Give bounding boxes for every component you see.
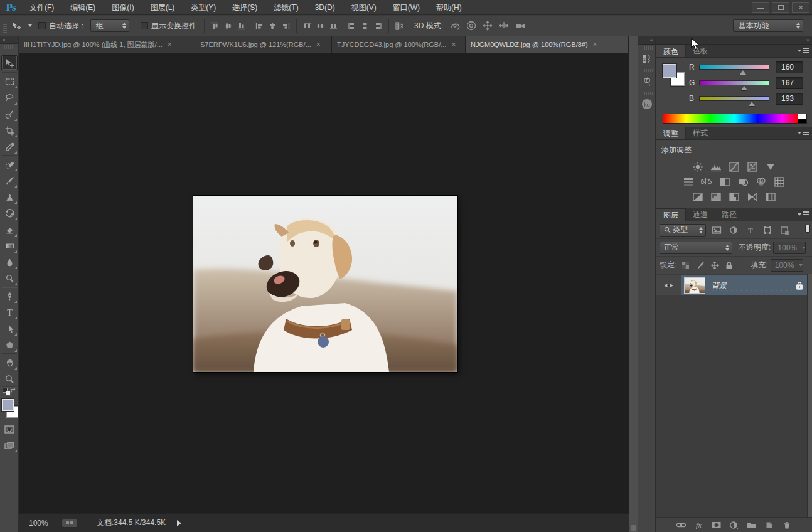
align-horizontal-centers-icon[interactable] [267,21,278,31]
tab-color[interactable]: 颜色 [656,45,686,57]
delete-layer-icon[interactable] [781,520,793,530]
align-vertical-centers-icon[interactable] [223,21,233,31]
threshold-icon[interactable] [727,191,741,203]
filter-pixel-layers-icon[interactable] [710,225,723,236]
white-swatch[interactable] [798,114,806,119]
doc-tab-4-active[interactable]: NJGM0QWLDZ.jpg @ 100%(RGB/8#) × [466,36,629,53]
3d-slide-icon[interactable] [498,19,510,32]
color-balance-icon[interactable] [700,176,713,188]
options-grip[interactable] [3,19,7,33]
channel-mixer-icon[interactable] [754,176,768,188]
eraser-tool[interactable] [1,222,18,237]
gradient-tool[interactable] [1,238,18,253]
show-transform-checkbox[interactable] [141,22,148,29]
status-options-arrow[interactable] [177,520,181,526]
lock-position-icon[interactable] [709,260,720,270]
move-tool[interactable] [1,55,18,70]
tab-layers[interactable]: 图层 [656,208,686,221]
layer-style-icon[interactable]: fx [693,520,705,530]
tab-swatches[interactable]: 色板 [686,45,715,57]
rectangular-marquee-tool[interactable] [1,74,18,89]
panel-menu-icon[interactable] [798,211,809,218]
zoom-level-field[interactable]: 100% [29,519,61,528]
green-slider[interactable] [699,80,769,85]
tools-collapse-arrows[interactable]: » [0,36,18,44]
distribute-top-edges-icon[interactable] [302,21,313,31]
menu-view[interactable]: 视图(V) [343,0,385,15]
align-bottom-edges-icon[interactable] [236,21,247,31]
menu-3d[interactable]: 3D(D) [307,0,343,15]
layer-row-background[interactable]: 背景 [656,275,807,295]
tab-close-icon[interactable]: × [451,40,456,49]
zoom-tool[interactable] [1,371,18,386]
spot-healing-brush-tool[interactable] [1,157,18,172]
layer-filter-switch[interactable] [805,225,810,233]
layer-visibility-cell[interactable] [656,275,681,295]
pen-tool[interactable] [1,289,18,304]
align-left-edges-icon[interactable] [254,21,265,31]
levels-icon[interactable] [709,161,723,173]
resize-grip[interactable] [631,525,636,531]
quick-selection-tool[interactable] [1,107,18,122]
tab-close-icon[interactable]: × [168,40,172,49]
tools-grip[interactable] [3,45,16,49]
color-panel-foreground-swatch[interactable] [663,64,676,78]
brush-tool[interactable] [1,173,18,188]
tab-close-icon[interactable]: × [316,40,321,49]
invert-icon[interactable] [691,191,705,203]
add-layer-mask-icon[interactable] [711,520,722,530]
dock-expand-arrows[interactable]: » [656,36,812,45]
clone-stamp-tool[interactable] [1,189,18,205]
filter-type-dropdown[interactable]: 类型 [660,224,706,237]
distribute-right-edges-icon[interactable] [373,21,383,31]
photo-filter-icon[interactable] [736,176,750,188]
swap-colors-icon[interactable]: ⇄ [10,386,15,393]
screen-mode-button[interactable] [1,438,18,453]
document-image[interactable] [193,196,457,372]
menu-image[interactable]: 图像(I) [104,0,142,15]
layer-thumbnail[interactable] [684,277,705,294]
blue-value-field[interactable]: 193 [776,93,803,105]
crop-tool[interactable] [1,123,18,138]
move-tool-preset-icon[interactable] [11,21,22,31]
blur-tool[interactable] [1,255,18,270]
curves-icon[interactable] [727,161,741,173]
new-layer-icon[interactable] [764,520,775,530]
dock-grip[interactable] [641,46,653,50]
new-group-icon[interactable] [746,520,757,530]
red-value-field[interactable]: 160 [776,61,803,73]
minimize-button[interactable] [752,2,769,13]
tab-close-icon[interactable]: × [593,40,597,49]
workspace-dropdown[interactable]: 基本功能 [733,19,803,32]
auto-align-layers-icon[interactable] [394,21,405,31]
doc-tab-3[interactable]: TJYCDEGD43.jpg @ 100%(RGB/... × [332,36,466,53]
distribute-left-edges-icon[interactable] [346,21,357,31]
menu-window[interactable]: 窗口(W) [385,0,428,15]
lasso-tool[interactable] [1,90,18,105]
blue-slider[interactable] [699,96,769,101]
auto-select-dropdown[interactable]: 组 [90,19,129,32]
align-right-edges-icon[interactable] [280,21,291,31]
tab-paths[interactable]: 路径 [715,208,744,221]
align-top-edges-icon[interactable] [210,21,220,31]
layers-scrollbar[interactable] [807,274,812,517]
menu-type[interactable]: 类型(Y) [183,0,224,15]
doc-tab-2[interactable]: S7ERPWK1U6.jpg @ 121%(RGB/... × [195,36,332,53]
3d-roll-icon[interactable] [465,19,478,32]
hue-saturation-icon[interactable] [681,176,695,188]
link-layers-icon[interactable] [676,520,687,530]
canvas[interactable] [19,53,629,513]
tab-adjustments[interactable]: 调整 [656,127,686,139]
dodge-tool[interactable] [1,271,18,286]
green-value-field[interactable]: 167 [776,77,803,89]
menu-filter[interactable]: 滤镜(T) [265,0,306,15]
menu-layer[interactable]: 图层(L) [142,0,183,15]
menu-edit[interactable]: 编辑(E) [62,0,104,15]
lock-transparency-icon[interactable] [680,260,691,270]
foreground-color-swatch[interactable] [2,399,14,411]
3d-rotate-icon[interactable] [449,19,461,32]
layer-name[interactable]: 背景 [712,280,796,291]
vibrance-icon[interactable] [764,161,777,173]
opacity-dropdown[interactable]: 100% [773,242,806,254]
menu-select[interactable]: 选择(S) [224,0,265,15]
